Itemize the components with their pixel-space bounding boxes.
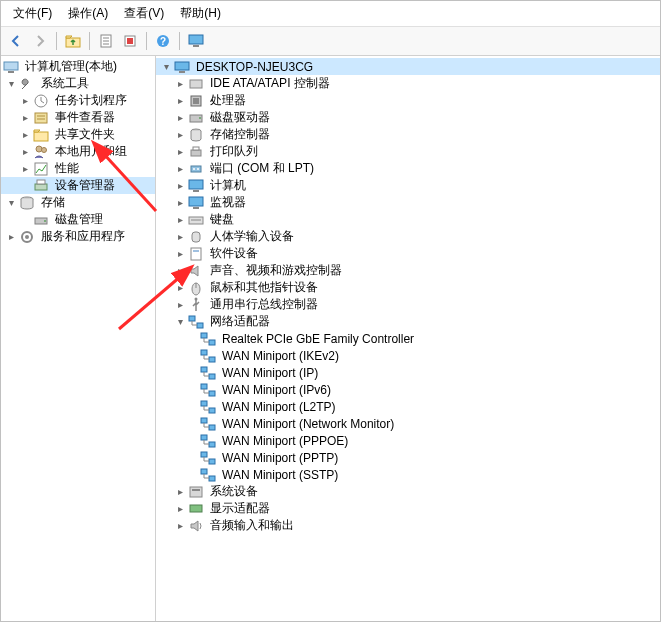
network-adapter-item[interactable]: WAN Miniport (IP) (156, 364, 660, 381)
device-category[interactable]: ▸通用串行总线控制器 (156, 296, 660, 313)
device-category[interactable]: ▸存储控制器 (156, 126, 660, 143)
svg-point-19 (42, 147, 47, 152)
svg-rect-73 (190, 487, 202, 497)
device-category[interactable]: ▸系统设备 (156, 483, 660, 500)
tree-local-users[interactable]: ▸ 本地用户和组 (1, 143, 155, 160)
storage-icon (19, 195, 35, 211)
network-adapter-item[interactable]: WAN Miniport (IPv6) (156, 381, 660, 398)
expander-closed-icon[interactable]: ▸ (19, 163, 31, 175)
svg-rect-32 (193, 98, 199, 104)
refresh-button[interactable] (119, 30, 141, 52)
menu-file[interactable]: 文件(F) (5, 3, 60, 24)
tree-services-apps[interactable]: ▸ 服务和应用程序 (1, 228, 155, 245)
network-adapter-item[interactable]: WAN Miniport (Network Monitor) (156, 415, 660, 432)
expander-closed-icon[interactable]: ▸ (174, 503, 186, 515)
expander-open-icon[interactable]: ▾ (5, 78, 17, 90)
expander-closed-icon[interactable]: ▸ (5, 231, 17, 243)
tree-label: 键盘 (208, 211, 236, 228)
device-category[interactable]: ▾网络适配器 (156, 313, 660, 330)
tree-label: 磁盘驱动器 (208, 109, 272, 126)
tree-system-tools[interactable]: ▾ 系统工具 (1, 75, 155, 92)
expander-closed-icon[interactable]: ▸ (174, 129, 186, 141)
expander-closed-icon[interactable]: ▸ (174, 265, 186, 277)
expander-closed-icon[interactable]: ▸ (19, 112, 31, 124)
tree-task-scheduler[interactable]: ▸ 任务计划程序 (1, 92, 155, 109)
menu-view[interactable]: 查看(V) (116, 3, 172, 24)
network-adapter-icon (200, 331, 216, 347)
device-category[interactable]: ▸端口 (COM 和 LPT) (156, 160, 660, 177)
svg-rect-63 (201, 401, 207, 406)
monitor-button[interactable] (185, 30, 207, 52)
back-button[interactable] (5, 30, 27, 52)
forward-button[interactable] (29, 30, 51, 52)
network-adapter-item[interactable]: WAN Miniport (IKEv2) (156, 347, 660, 364)
tree-performance[interactable]: ▸ 性能 (1, 160, 155, 177)
device-category[interactable]: ▸人体学输入设备 (156, 228, 660, 245)
menu-help[interactable]: 帮助(H) (172, 3, 229, 24)
svg-rect-30 (190, 80, 202, 88)
device-category[interactable]: ▸键盘 (156, 211, 660, 228)
expander-closed-icon[interactable]: ▸ (174, 146, 186, 158)
expander-closed-icon[interactable]: ▸ (19, 146, 31, 158)
expander-closed-icon[interactable]: ▸ (174, 299, 186, 311)
category-icon (188, 263, 204, 279)
tree-label: 系统设备 (208, 483, 260, 500)
expander-closed-icon[interactable]: ▸ (19, 129, 31, 141)
help-button[interactable]: ? (152, 30, 174, 52)
expander-closed-icon[interactable]: ▸ (174, 197, 186, 209)
device-category[interactable]: ▸处理器 (156, 92, 660, 109)
tree-storage[interactable]: ▾ 存储 (1, 194, 155, 211)
expander-closed-icon[interactable]: ▸ (174, 95, 186, 107)
left-tree[interactable]: 计算机管理(本地) ▾ 系统工具 (1, 56, 156, 621)
network-adapter-item[interactable]: WAN Miniport (PPTP) (156, 449, 660, 466)
network-adapter-icon (200, 416, 216, 432)
expander-open-icon[interactable]: ▾ (5, 197, 17, 209)
svg-rect-54 (197, 323, 203, 328)
tree-label: 通用串行总线控制器 (208, 296, 320, 313)
device-category[interactable]: ▸IDE ATA/ATAPI 控制器 (156, 75, 660, 92)
expander-closed-icon[interactable]: ▸ (19, 95, 31, 107)
network-adapter-item[interactable]: Realtek PCIe GbE Family Controller (156, 330, 660, 347)
svg-rect-68 (209, 442, 215, 447)
expander-closed-icon[interactable]: ▸ (174, 520, 186, 532)
device-category[interactable]: ▸音频输入和输出 (156, 517, 660, 534)
tree-label: 存储 (39, 194, 67, 211)
expander-open-icon[interactable]: ▾ (160, 61, 172, 73)
expander-closed-icon[interactable]: ▸ (174, 486, 186, 498)
expander-closed-icon[interactable]: ▸ (174, 180, 186, 192)
device-category[interactable]: ▸计算机 (156, 177, 660, 194)
device-category[interactable]: ▸声音、视频和游戏控制器 (156, 262, 660, 279)
svg-point-52 (195, 297, 198, 300)
expander-closed-icon[interactable]: ▸ (174, 163, 186, 175)
tree-root-computer-management[interactable]: 计算机管理(本地) (1, 58, 155, 75)
device-category[interactable]: ▸监视器 (156, 194, 660, 211)
device-category[interactable]: ▸打印队列 (156, 143, 660, 160)
network-adapter-item[interactable]: WAN Miniport (PPPOE) (156, 432, 660, 449)
tree-shared-folders[interactable]: ▸ 共享文件夹 (1, 126, 155, 143)
properties-button[interactable] (95, 30, 117, 52)
tree-label: 声音、视频和游戏控制器 (208, 262, 344, 279)
expander-closed-icon[interactable]: ▸ (174, 214, 186, 226)
menu-action[interactable]: 操作(A) (60, 3, 116, 24)
tree-label: 网络适配器 (208, 313, 272, 330)
network-adapter-item[interactable]: WAN Miniport (SSTP) (156, 466, 660, 483)
expander-closed-icon[interactable]: ▸ (174, 78, 186, 90)
right-tree[interactable]: ▾ DESKTOP-NJEU3CG ▸IDE ATA/ATAPI 控制器▸处理器… (156, 56, 660, 621)
expander-closed-icon[interactable]: ▸ (174, 248, 186, 260)
device-category[interactable]: ▸磁盘驱动器 (156, 109, 660, 126)
device-category[interactable]: ▸鼠标和其他指针设备 (156, 279, 660, 296)
expander-open-icon[interactable]: ▾ (174, 316, 186, 328)
up-button[interactable] (62, 30, 84, 52)
tree-label: WAN Miniport (PPPOE) (220, 434, 350, 448)
tree-device-manager[interactable]: ▸ 设备管理器 (1, 177, 155, 194)
device-root[interactable]: ▾ DESKTOP-NJEU3CG (156, 58, 660, 75)
tree-disk-management[interactable]: ▸ 磁盘管理 (1, 211, 155, 228)
device-category[interactable]: ▸显示适配器 (156, 500, 660, 517)
network-adapter-item[interactable]: WAN Miniport (L2TP) (156, 398, 660, 415)
svg-rect-60 (209, 374, 215, 379)
device-category[interactable]: ▸软件设备 (156, 245, 660, 262)
expander-closed-icon[interactable]: ▸ (174, 282, 186, 294)
expander-closed-icon[interactable]: ▸ (174, 112, 186, 124)
tree-event-viewer[interactable]: ▸ 事件查看器 (1, 109, 155, 126)
expander-closed-icon[interactable]: ▸ (174, 231, 186, 243)
